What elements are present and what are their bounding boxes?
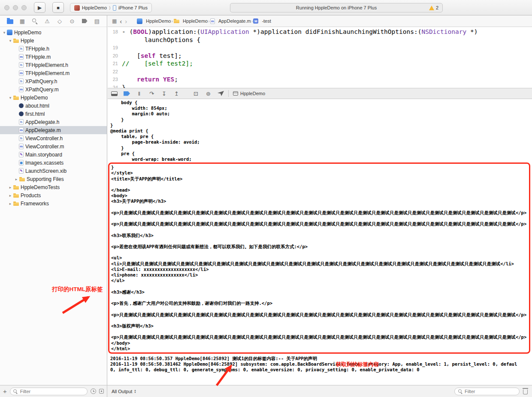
code-text[interactable]: - (BOOL)application:(UIApplication *)app… [122, 28, 532, 36]
file-tree-item-hppledemo[interactable]: ▾HppleDemo [0, 93, 107, 102]
console-filter-field[interactable] [454, 388, 520, 395]
file-tree-item-launchscreen-xib[interactable]: ✎LaunchScreen.xib [0, 167, 107, 175]
file-tree-item-products[interactable]: ▸Products [0, 191, 107, 199]
recent-files-icon[interactable] [91, 388, 96, 394]
file-tree-item-tfhpple-h[interactable]: hTFHpple.h [0, 45, 107, 53]
symbol-navigator-icon[interactable]: ▦ [18, 17, 27, 25]
stop-button[interactable]: ■ [52, 2, 64, 13]
breadcrumb-item[interactable]: HppleDemo [173, 18, 208, 24]
code-text[interactable]: [self test]; [122, 52, 532, 60]
issue-navigator-icon[interactable]: ⚠ [43, 17, 51, 25]
zoom-window-button[interactable] [21, 5, 27, 10]
xcassets-icon: ▦ [19, 160, 24, 165]
project-navigator-icon[interactable] [6, 17, 14, 25]
file-tree-item-first-html[interactable]: first.html [0, 110, 107, 118]
h-icon: h [19, 78, 24, 84]
file-tree-item-main-storyboard[interactable]: ✎Main.storyboard [0, 150, 107, 159]
scheme-selector[interactable]: HppleDemo ⟩ iPhone 7 Plus [70, 3, 152, 12]
h-icon: h [19, 46, 24, 51]
file-name: Hpple [21, 38, 34, 44]
step-out-icon[interactable]: ↥ [173, 90, 180, 97]
file-tree-item-supporting-files[interactable]: ▸Supporting Files [0, 175, 107, 183]
file-tree-item-frameworks[interactable]: ▸Frameworks [0, 199, 107, 208]
breadcrumb-item[interactable]: mAppDelegate.m [210, 18, 251, 24]
file-tree-item-xpathquery-h[interactable]: hXPathQuery.h [0, 77, 107, 85]
file-tree-item-about-html[interactable]: about.html [0, 102, 107, 110]
file-tree-item-hpple[interactable]: ▾Hpple [0, 36, 107, 45]
code-text[interactable]: // [self test2]; [122, 60, 532, 68]
back-button[interactable]: ‹ [120, 18, 122, 24]
file-tree-item-viewcontroller-h[interactable]: hViewController.h [0, 134, 107, 142]
breakpoint-navigator-icon[interactable] [80, 17, 89, 25]
file-tree-item-hppledemotests[interactable]: ▸HppleDemoTests [0, 183, 107, 191]
console-filter-input[interactable] [465, 389, 516, 394]
iphone-icon [113, 5, 116, 11]
warning-badge[interactable]: 2 [429, 5, 438, 10]
run-button[interactable]: ▶ [34, 2, 45, 13]
file-tree-item-hppledemo[interactable]: ▾HppleDemo [0, 28, 107, 36]
code-text[interactable] [122, 44, 532, 52]
code-text[interactable]: return YES; [122, 75, 532, 84]
folder-icon [13, 184, 19, 190]
close-window-button[interactable] [4, 5, 9, 10]
project-icon [7, 30, 12, 35]
disclosure-triangle[interactable]: ▸ [8, 202, 13, 206]
warning-count: 2 [436, 5, 438, 10]
navigator-filter-input[interactable] [20, 389, 84, 394]
console-scope-dropdown[interactable]: All Output ▲▼ [112, 389, 136, 394]
file-tree-item-images-xcassets[interactable]: ▦Images.xcassets [0, 159, 107, 167]
minimize-window-button[interactable] [13, 5, 18, 10]
forward-button[interactable]: › [125, 18, 127, 24]
add-icon[interactable]: + [3, 388, 7, 394]
m-icon: m [19, 127, 24, 133]
divider [228, 90, 229, 97]
disclosure-triangle[interactable]: ▾ [2, 30, 7, 35]
test-navigator-icon[interactable]: ◇ [55, 17, 64, 25]
report-navigator-icon[interactable]: ▤ [93, 17, 101, 25]
code-text[interactable]: launchOptions { [122, 36, 532, 44]
debug-navigator-icon[interactable]: ⊙ [68, 17, 76, 25]
folder-icon [173, 18, 179, 24]
file-tree-item-tfhppleelement-h[interactable]: hTFHppleElement.h [0, 61, 107, 69]
search-icon [13, 389, 18, 394]
debug-bar: ‖↷↧↥⊡⊚ HppleDemo [108, 88, 532, 99]
file-name: first.html [25, 111, 45, 117]
disclosure-triangle[interactable]: ▸ [8, 185, 13, 189]
disclosure-triangle[interactable]: ▾ [8, 96, 13, 100]
view-hierarchy-icon[interactable]: ⊡ [193, 90, 199, 97]
file-tree-item-tfhppleelement-m[interactable]: mTFHppleElement.m [0, 69, 107, 77]
file-tree-item-viewcontroller-m[interactable]: mViewController.m [0, 142, 107, 150]
code-text[interactable]: } [122, 84, 532, 88]
find-navigator-icon[interactable] [30, 17, 39, 25]
related-items-icon[interactable]: ▦ [112, 18, 117, 24]
navigator-filter-field[interactable] [10, 388, 88, 395]
clear-console-icon[interactable] [523, 389, 528, 394]
disclosure-triangle[interactable]: ▸ [8, 193, 13, 198]
breadcrumb-label: AppDelegate.m [218, 18, 251, 24]
disclosure-triangle[interactable]: ▾ [8, 39, 13, 43]
source-editor[interactable]: 18- (BOOL)application:(UIApplication *)a… [108, 27, 532, 88]
source-control-status-icon[interactable] [99, 389, 104, 394]
step-into-icon[interactable]: ↧ [161, 90, 167, 97]
pause-icon[interactable]: ‖ [136, 90, 142, 97]
simulate-location-icon[interactable] [218, 91, 224, 96]
m-icon: m [19, 54, 24, 60]
memory-graph-icon[interactable]: ⊚ [205, 90, 212, 97]
file-tree-item-appdelegate-h[interactable]: hAppDelegate.h [0, 118, 107, 126]
breadcrumb-item[interactable]: M-test [253, 18, 271, 24]
file-tree-item-xpathquery-m[interactable]: mXPathQuery.m [0, 85, 107, 93]
hide-debug-area-icon[interactable] [111, 91, 118, 96]
disclosure-triangle[interactable]: ▸ [14, 177, 19, 181]
step-over-icon[interactable]: ↷ [148, 90, 155, 97]
m-icon: m [19, 70, 24, 76]
console-area: body { width: 854px; margin:0 auto; } } … [108, 99, 532, 385]
file-name: TFHppleElement.h [25, 62, 68, 68]
breadcrumb-item[interactable]: HppleDemo [137, 18, 171, 24]
code-text[interactable] [122, 68, 532, 76]
file-tree-item-tfhpple-m[interactable]: mTFHpple.m [0, 53, 107, 61]
breakpoints-toggle-icon[interactable] [124, 91, 130, 96]
line-number: 23 [108, 75, 122, 84]
code-line: 23 return YES; [108, 75, 532, 84]
file-tree-item-appdelegate-m[interactable]: mAppDelegate.m [0, 126, 107, 134]
file-name: ViewController.h [25, 135, 63, 141]
